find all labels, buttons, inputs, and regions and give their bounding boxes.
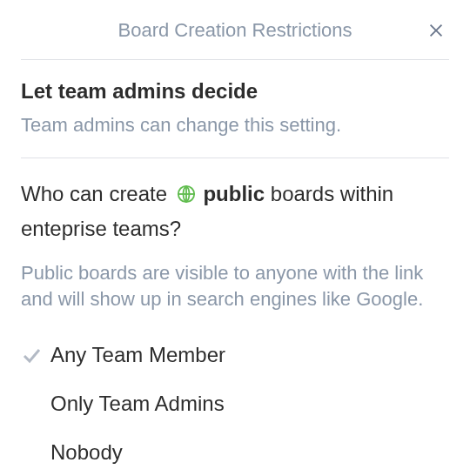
close-button[interactable]	[423, 17, 449, 46]
close-icon	[426, 30, 446, 43]
globe-icon	[177, 180, 196, 212]
public-desc: Public boards are visible to anyone with…	[21, 260, 449, 312]
option-any-team-member[interactable]: Any Team Member	[21, 331, 449, 379]
check-icon	[21, 345, 50, 365]
section-admin-title: Let team admins decide	[21, 79, 449, 104]
dialog-header: Board Creation Restrictions	[21, 19, 449, 60]
public-question: Who can create public boards within ente…	[21, 178, 449, 245]
option-label: Only Team Admins	[50, 392, 225, 416]
option-label: Nobody	[50, 440, 123, 465]
option-only-team-admins[interactable]: Only Team Admins	[21, 379, 449, 428]
option-label: Any Team Member	[50, 343, 225, 367]
section-admin-decide[interactable]: Let team admins decide Team admins can c…	[21, 60, 449, 158]
section-admin-desc: Team admins can change this setting.	[21, 112, 449, 138]
dialog-title: Board Creation Restrictions	[118, 19, 352, 42]
question-bold: public	[203, 182, 265, 205]
options-list: Any Team Member Only Team Admins Nobody	[21, 331, 449, 476]
section-public-boards: Who can create public boards within ente…	[21, 158, 449, 476]
option-nobody[interactable]: Nobody	[21, 428, 449, 476]
question-pre: Who can create	[21, 182, 167, 205]
